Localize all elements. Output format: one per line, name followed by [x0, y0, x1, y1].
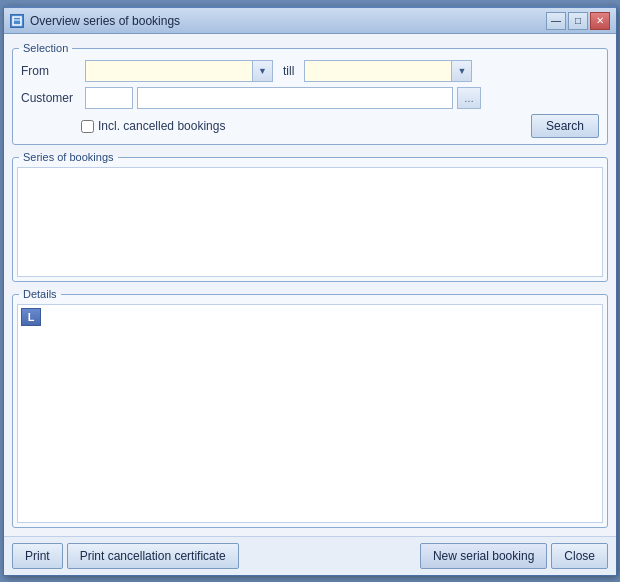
- new-serial-booking-button[interactable]: New serial booking: [420, 543, 547, 569]
- title-buttons: — □ ✕: [546, 12, 610, 30]
- customer-code-input[interactable]: [85, 87, 133, 109]
- till-dropdown-button[interactable]: ▼: [452, 60, 472, 82]
- window-icon: [10, 14, 24, 28]
- customer-browse-button[interactable]: …: [457, 87, 481, 109]
- maximize-button[interactable]: □: [568, 12, 588, 30]
- till-input-group: ▼: [304, 60, 472, 82]
- customer-name-input[interactable]: [137, 87, 453, 109]
- close-button[interactable]: Close: [551, 543, 608, 569]
- bookings-section: Series of bookings: [12, 151, 608, 282]
- from-dropdown-button[interactable]: ▼: [253, 60, 273, 82]
- incl-cancelled-checkbox[interactable]: [81, 120, 94, 133]
- from-label: From: [21, 64, 81, 78]
- selection-legend: Selection: [19, 42, 72, 54]
- details-content[interactable]: L: [17, 304, 603, 523]
- main-window: Overview series of bookings — □ ✕ Select…: [3, 6, 617, 576]
- from-input[interactable]: [85, 60, 253, 82]
- bottom-buttons-bar: Print Print cancellation certificate New…: [4, 536, 616, 575]
- close-title-button[interactable]: ✕: [590, 12, 610, 30]
- selection-content: From ▼ till ▼ Customer …: [13, 54, 607, 144]
- customer-row: Customer …: [21, 87, 599, 109]
- search-button[interactable]: Search: [531, 114, 599, 138]
- bookings-fieldset: Series of bookings: [12, 151, 608, 282]
- selection-fieldset: Selection From ▼ till ▼: [12, 42, 608, 145]
- details-legend: Details: [19, 288, 61, 300]
- till-input[interactable]: [304, 60, 452, 82]
- minimize-button[interactable]: —: [546, 12, 566, 30]
- print-button[interactable]: Print: [12, 543, 63, 569]
- details-list-icon: L: [21, 308, 41, 326]
- bookings-legend: Series of bookings: [19, 151, 118, 163]
- window-title: Overview series of bookings: [30, 14, 546, 28]
- title-bar: Overview series of bookings — □ ✕: [4, 8, 616, 34]
- till-label: till: [283, 64, 294, 78]
- svg-rect-0: [13, 17, 21, 25]
- from-input-group: ▼: [85, 60, 273, 82]
- customer-label: Customer: [21, 91, 81, 105]
- options-row: Incl. cancelled bookings Search: [21, 114, 599, 138]
- print-cancellation-button[interactable]: Print cancellation certificate: [67, 543, 239, 569]
- bookings-list[interactable]: [17, 167, 603, 277]
- left-buttons: Print Print cancellation certificate: [12, 543, 239, 569]
- incl-cancelled-text: Incl. cancelled bookings: [98, 119, 225, 133]
- details-fieldset: Details L: [12, 288, 608, 528]
- right-buttons: New serial booking Close: [420, 543, 608, 569]
- window-body: Selection From ▼ till ▼: [4, 34, 616, 536]
- incl-cancelled-label: Incl. cancelled bookings: [81, 119, 225, 133]
- from-till-row: From ▼ till ▼: [21, 60, 599, 82]
- details-section: Details L: [12, 288, 608, 528]
